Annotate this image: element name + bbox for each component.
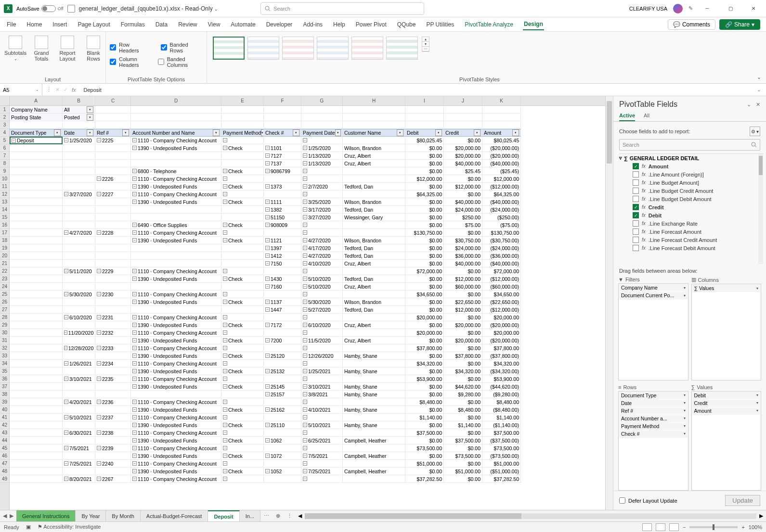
collapse-icon[interactable]: − xyxy=(223,369,227,373)
cell[interactable] xyxy=(343,137,405,144)
cell[interactable]: −3/17/2020 xyxy=(301,206,343,214)
pivot-header[interactable]: Check #▾ xyxy=(264,129,301,137)
cell[interactable]: − xyxy=(221,444,264,452)
cell[interactable] xyxy=(95,306,131,314)
cell[interactable] xyxy=(63,298,95,306)
cell[interactable]: −1/25/2020 xyxy=(301,144,343,152)
tab-design[interactable]: Design xyxy=(523,19,544,30)
cell[interactable]: −25120 xyxy=(264,352,301,360)
cell[interactable]: −1390 · Undeposited Funds xyxy=(131,452,221,460)
sheet-tab[interactable]: General Instructions xyxy=(16,510,76,521)
collapse-icon[interactable]: − xyxy=(265,169,270,173)
collapse-icon[interactable]: − xyxy=(303,454,307,458)
cell[interactable] xyxy=(221,114,264,121)
cell[interactable]: −1110 · Company Checking Account xyxy=(131,175,221,183)
maximize-button[interactable]: ▢ xyxy=(722,2,739,15)
pane-tab-active[interactable]: Active xyxy=(619,111,635,121)
cell[interactable] xyxy=(95,252,131,260)
collapse-icon[interactable]: − xyxy=(265,300,270,304)
cell[interactable] xyxy=(10,206,63,214)
cell[interactable] xyxy=(63,352,95,360)
field-checkbox[interactable]: ✓ xyxy=(633,212,639,218)
collapse-icon[interactable]: − xyxy=(303,400,307,404)
cell[interactable]: −1110 · Company Checking Account xyxy=(131,344,221,352)
cell[interactable] xyxy=(221,206,264,214)
close-pane-icon[interactable]: ✕ xyxy=(756,101,760,108)
cell[interactable] xyxy=(10,183,63,190)
cell[interactable] xyxy=(63,383,95,391)
header-filter[interactable]: ▾ xyxy=(397,129,403,136)
tab-pp-utilities[interactable]: PP Utilities xyxy=(425,19,455,30)
banded-rows-check[interactable]: Banded Rows xyxy=(161,42,203,53)
collapse-icon[interactable]: − xyxy=(265,284,270,289)
cell[interactable]: − xyxy=(301,475,343,483)
field-checkbox[interactable] xyxy=(633,237,639,243)
collapse-icon[interactable]: − xyxy=(97,477,101,481)
collapse-icon[interactable]: − xyxy=(303,184,307,189)
cell[interactable]: $37,800.00 xyxy=(444,352,482,360)
cell[interactable] xyxy=(482,106,521,114)
dropdown-icon[interactable]: ⋮ xyxy=(46,87,52,93)
cell[interactable]: −1110 · Company Checking Account xyxy=(131,137,221,144)
cell[interactable] xyxy=(63,275,95,283)
cell[interactable]: −1430 xyxy=(264,275,301,283)
cell[interactable] xyxy=(10,468,63,475)
cell[interactable]: $0.00 xyxy=(405,298,444,306)
tab-page-layout[interactable]: Page Layout xyxy=(77,19,111,30)
cell[interactable] xyxy=(131,252,221,260)
cell[interactable] xyxy=(264,475,301,483)
collapse-icon[interactable]: − xyxy=(132,454,137,458)
cell[interactable]: −Check xyxy=(221,144,264,152)
cell[interactable] xyxy=(10,267,63,275)
cell[interactable]: − xyxy=(221,414,264,421)
banded-cols-check[interactable]: Banded Columns xyxy=(158,56,203,68)
collapse-icon[interactable]: − xyxy=(132,369,137,373)
cell[interactable]: −Deposit xyxy=(10,137,63,144)
tab-developer[interactable]: Developer xyxy=(265,19,294,30)
collapse-icon[interactable]: − xyxy=(223,384,227,389)
cell[interactable]: $0.00 xyxy=(405,306,444,314)
cell[interactable]: −5/10/2020 xyxy=(301,275,343,283)
collapse-icon[interactable]: − xyxy=(303,469,307,473)
cell[interactable] xyxy=(131,244,221,252)
cell[interactable]: −2227 xyxy=(95,190,131,198)
cell[interactable] xyxy=(264,190,301,198)
cell[interactable]: −Check xyxy=(221,337,264,344)
collapse-icon[interactable]: − xyxy=(132,361,137,366)
cell[interactable]: −7160 xyxy=(264,283,301,291)
cell[interactable] xyxy=(63,452,95,460)
field-checkbox[interactable] xyxy=(633,179,639,186)
cell[interactable]: − xyxy=(221,137,264,144)
cell[interactable]: $37,500.00 xyxy=(444,437,482,444)
cell[interactable] xyxy=(221,121,264,129)
cell[interactable] xyxy=(221,152,264,160)
cell[interactable]: Hamby, Shane xyxy=(343,367,405,375)
collapse-icon[interactable]: − xyxy=(223,446,227,450)
cell[interactable] xyxy=(63,167,95,175)
cell[interactable] xyxy=(264,344,301,352)
cell[interactable]: $12,000.00 xyxy=(405,175,444,183)
cell[interactable]: −7137 xyxy=(264,160,301,167)
cell[interactable] xyxy=(63,252,95,260)
horizontal-scrollbar[interactable]: ◀▶ xyxy=(295,510,766,521)
cell[interactable]: −6/30/2021 xyxy=(63,429,95,437)
col-F[interactable]: F xyxy=(264,96,301,105)
collapse-icon[interactable]: − xyxy=(64,415,68,419)
cell[interactable] xyxy=(63,367,95,375)
cell[interactable]: −Check xyxy=(221,321,264,329)
cell[interactable]: −25132 xyxy=(264,367,301,375)
cell[interactable]: $0.00 xyxy=(405,214,444,221)
field-checkbox[interactable]: ✓ xyxy=(633,204,639,210)
new-sheet-button[interactable]: ⊕ xyxy=(272,510,284,521)
cell[interactable]: −3/27/2020 xyxy=(301,214,343,221)
cell[interactable] xyxy=(95,198,131,206)
row-headers[interactable]: 1234567891011121314151617181920212223242… xyxy=(0,106,10,510)
field-item[interactable]: fx.Line Budget Debit Amount xyxy=(619,195,763,203)
report-layout-button[interactable]: Report Layout xyxy=(56,34,79,63)
cell[interactable]: −Check xyxy=(221,367,264,375)
cell[interactable]: $0.00 xyxy=(444,291,482,298)
cell[interactable]: $0.00 xyxy=(444,460,482,468)
area-item[interactable]: Amount▾ xyxy=(692,407,761,415)
cell[interactable] xyxy=(10,367,63,375)
cell[interactable]: $22,650.00 xyxy=(444,298,482,306)
